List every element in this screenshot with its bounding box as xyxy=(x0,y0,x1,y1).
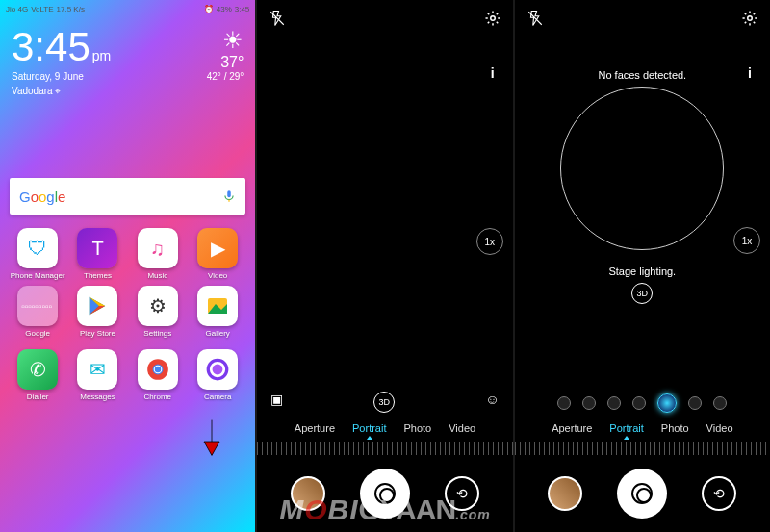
svg-point-11 xyxy=(490,16,495,21)
effect-dot-3[interactable] xyxy=(607,396,621,410)
effect-dot-4[interactable] xyxy=(632,396,646,410)
zoom-button[interactable]: 1x xyxy=(733,227,760,254)
effect-dot-2[interactable] xyxy=(582,396,596,410)
status-bar: Jio 4G VoLTE 17.5 K/s ⏰ 43% 3:45 xyxy=(0,0,255,17)
no-faces-message: No faces detected. xyxy=(515,69,770,81)
gallery-thumbnail[interactable] xyxy=(291,476,325,511)
shutter-button[interactable] xyxy=(360,469,410,519)
camera-viewfinder[interactable]: 1x xyxy=(257,40,512,382)
weather-range: 42° / 29° xyxy=(207,71,244,82)
mode-photo[interactable]: Photo xyxy=(403,422,431,434)
homescreen-panel: Jio 4G VoLTE 17.5 K/s ⏰ 43% 3:45 3:45 pm… xyxy=(0,0,255,532)
settings-gear-icon[interactable] xyxy=(741,10,758,27)
face-guide-circle xyxy=(560,87,724,250)
switch-camera-button[interactable]: ⟲ xyxy=(702,476,736,511)
flash-off-icon[interactable] xyxy=(526,10,544,27)
mode-photo[interactable]: Photo xyxy=(661,422,689,434)
clock-weather-widget[interactable]: 3:45 pm Saturday, 9 June Vadodara ⌖ ☀ 37… xyxy=(0,17,255,101)
google-search-bar[interactable]: Google xyxy=(10,178,245,215)
google-logo: Google xyxy=(19,189,65,205)
app-settings[interactable]: ⚙Settings xyxy=(130,286,186,338)
camera-mode-strip[interactable]: Aperture Portrait Photo Video xyxy=(515,422,770,434)
clock-time: 3:45 xyxy=(12,27,90,67)
3d-effect-icon[interactable]: 3D xyxy=(373,392,395,413)
app-google-folder[interactable]: ▫▫▫▫▫▫▫▫▫Google xyxy=(10,286,65,338)
mode-portrait[interactable]: Portrait xyxy=(609,422,643,434)
clock-location: Vadodara ⌖ xyxy=(12,86,111,97)
3d-effect-badge: 3D xyxy=(631,283,653,304)
beauty-icon[interactable]: ☺ xyxy=(485,392,499,413)
effect-dot-7[interactable] xyxy=(713,396,727,410)
dock-chrome[interactable]: Chrome xyxy=(130,349,186,401)
zoom-button[interactable]: 1x xyxy=(476,228,503,255)
app-phone-manager[interactable]: 🛡Phone Manager xyxy=(10,228,65,280)
app-play-store[interactable]: Play Store xyxy=(69,286,125,338)
mode-ruler[interactable] xyxy=(515,442,770,455)
live-photo-icon[interactable]: ▣ xyxy=(270,392,283,413)
app-video[interactable]: ▶Video xyxy=(190,228,245,280)
lighting-effect-selector[interactable] xyxy=(515,393,770,413)
alarm-icon: ⏰ xyxy=(204,5,214,13)
mic-icon[interactable] xyxy=(222,190,236,203)
mode-video[interactable]: Video xyxy=(706,422,733,434)
mode-aperture[interactable]: Aperture xyxy=(552,422,592,434)
effect-dot-1[interactable] xyxy=(557,396,571,410)
weather-sun-icon: ☀ xyxy=(207,27,244,54)
battery-label: 43% xyxy=(217,5,232,13)
effect-dot-5-active[interactable] xyxy=(657,393,677,413)
mode-ruler[interactable] xyxy=(257,442,512,455)
carrier-label: Jio 4G xyxy=(6,5,28,13)
effect-dot-6[interactable] xyxy=(688,396,702,410)
dock-dialler[interactable]: ✆Dialler xyxy=(10,349,65,401)
app-themes[interactable]: TThemes xyxy=(69,228,125,280)
dock-camera[interactable]: Camera xyxy=(190,349,245,401)
clock-ampm: pm xyxy=(92,49,111,63)
weather-temp: 37° xyxy=(207,54,244,71)
dock: ✆Dialler ✉Messages Chrome Camera xyxy=(0,343,255,409)
camera-mode-strip[interactable]: Aperture Portrait Photo Video xyxy=(257,422,512,434)
status-time: 3:45 xyxy=(235,5,250,13)
svg-point-13 xyxy=(748,16,753,21)
flash-off-icon[interactable] xyxy=(269,10,286,27)
app-grid: 🛡Phone Manager TThemes ♫Music ▶Video ▫▫▫… xyxy=(0,215,255,343)
switch-camera-button[interactable]: ⟲ xyxy=(445,476,479,511)
mode-portrait[interactable]: Portrait xyxy=(352,422,386,434)
shutter-button[interactable] xyxy=(617,469,667,519)
speed-label: 17.5 K/s xyxy=(57,5,85,13)
stage-lighting-label: Stage lighting. xyxy=(515,266,770,277)
red-arrow-annotation xyxy=(199,418,224,457)
camera-viewfinder[interactable]: No faces detected. 1x Stage lighting. 3D xyxy=(515,40,770,380)
svg-rect-0 xyxy=(228,190,232,197)
svg-point-9 xyxy=(213,365,223,375)
dock-messages[interactable]: ✉Messages xyxy=(69,349,125,401)
camera-panel-portrait: i 1x ▣ 3D ☺ Aperture Portrait Photo Vide… xyxy=(257,0,512,532)
gallery-thumbnail[interactable] xyxy=(548,476,582,511)
clock-date: Saturday, 9 June xyxy=(12,71,111,82)
svg-point-7 xyxy=(155,367,162,373)
weather-block[interactable]: ☀ 37° 42° / 29° xyxy=(207,27,244,82)
mode-aperture[interactable]: Aperture xyxy=(295,422,335,434)
camera-panel-stage-lighting: i No faces detected. 1x Stage lighting. … xyxy=(515,0,770,532)
volte-label: VoLTE xyxy=(31,5,53,13)
app-gallery[interactable]: Gallery xyxy=(190,286,245,338)
settings-gear-icon[interactable] xyxy=(484,10,501,27)
app-music[interactable]: ♫Music xyxy=(130,228,186,280)
mode-video[interactable]: Video xyxy=(449,422,475,434)
